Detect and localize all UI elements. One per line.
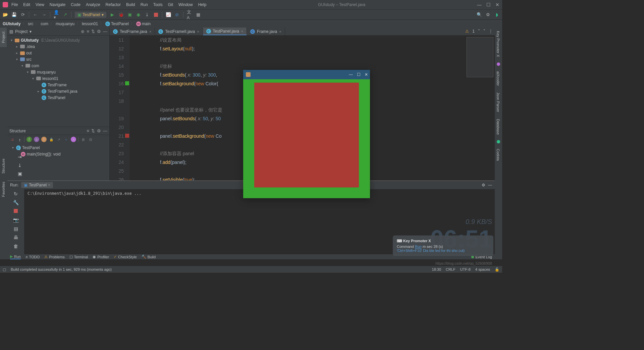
java-maximize-icon[interactable]: ☐ [357, 72, 361, 77]
hide-icon[interactable]: — [488, 183, 492, 187]
tree-row[interactable]: ▾muquanyu [7, 69, 109, 75]
lock-icon[interactable]: 🔒 [49, 137, 54, 142]
left-tab-project[interactable]: Project [0, 28, 7, 47]
collapse-icon[interactable]: ≡ [87, 29, 89, 34]
search-icon[interactable]: 🔍 [477, 12, 482, 17]
breadcrumb-project[interactable]: GUIstudy [3, 21, 20, 26]
lock-icon[interactable]: 🔓 [495, 267, 499, 272]
settings-icon[interactable]: ⚙ [485, 12, 491, 17]
stop-icon[interactable] [153, 12, 159, 17]
up-icon[interactable]: ↑ [19, 137, 21, 143]
menu-run[interactable]: Run [141, 2, 148, 7]
java-minimize-icon[interactable]: — [349, 72, 353, 77]
close-icon[interactable]: ✕ [495, 2, 499, 7]
menu-analyze[interactable]: Analyze [86, 2, 100, 7]
tab-testframe[interactable]: CTestFrame.java× [110, 28, 155, 35]
menu-code[interactable]: Code [71, 2, 80, 7]
right-tab-jsonparser[interactable]: Json Parser [495, 89, 501, 116]
menu-git[interactable]: Git [168, 2, 173, 7]
breadcrumb-src[interactable]: src [28, 21, 33, 26]
rerun-icon[interactable]: ↻ [14, 191, 18, 196]
close-tab-icon[interactable]: × [149, 30, 151, 34]
gear-icon[interactable]: ⚙ [97, 29, 101, 34]
tree-row[interactable]: ▸CTestFrameII.java [7, 88, 109, 94]
menu-file[interactable]: File [11, 2, 18, 7]
methods-icon[interactable]: f [41, 137, 47, 142]
wrench-icon[interactable]: 🔧 [13, 200, 19, 205]
expand-icon[interactable]: ⇅ [91, 128, 95, 133]
chart-icon[interactable]: 📈 [166, 12, 171, 17]
print-icon[interactable]: 🖶 [13, 235, 18, 240]
minimize-icon[interactable]: — [477, 2, 482, 7]
warning-icon[interactable]: ⚠ [465, 29, 469, 34]
bottom-tab-problems[interactable]: ⚠Problems [44, 255, 64, 259]
close-icon[interactable]: × [48, 183, 50, 187]
right-tab-aixcoder[interactable]: aiXcoder [495, 68, 501, 89]
java-titlebar[interactable]: — ☐ ✕ [243, 70, 370, 79]
run-tab[interactable]: ▣ TestPanel × [21, 182, 53, 188]
tab-testpanel[interactable]: CTestPanel.java× [203, 28, 247, 35]
bottom-tab-build[interactable]: 🔨Build [142, 255, 156, 259]
status-indent[interactable]: 4 spaces [475, 267, 490, 271]
status-eol[interactable]: CRLF [446, 267, 455, 271]
delete-icon[interactable]: 🗑 [13, 244, 18, 249]
close-tab-icon[interactable]: × [197, 30, 199, 34]
more-icon[interactable]: ⋮ [489, 29, 493, 34]
collapse-all-icon[interactable]: ⊟ [88, 137, 93, 142]
bottom-tab-todo[interactable]: ≡TODO [25, 255, 40, 259]
tree-row[interactable]: ▾com [7, 62, 109, 69]
notif-shortcut[interactable]: 'Ctrl+Shift+F10' Dis ble led for thi sho… [397, 249, 489, 253]
menu-window[interactable]: Window [178, 2, 193, 7]
tree-row[interactable]: CTestPanel [7, 94, 109, 101]
tree-row[interactable]: ▾lesson01 [7, 75, 109, 82]
attach-icon[interactable]: ⤓ [145, 12, 150, 17]
breadcrumb-lesson[interactable]: lesson01 [82, 21, 98, 26]
right-tab-codota[interactable]: Codota [495, 145, 501, 164]
hide-icon[interactable]: — [103, 29, 107, 34]
tree-row[interactable]: ▸out [7, 50, 109, 56]
plugin-icon[interactable]: ◗ [494, 12, 499, 17]
next-icon[interactable]: ˅ [483, 29, 485, 34]
wrap-icon[interactable]: ⇥ [18, 154, 22, 160]
coverage-icon[interactable]: ▣ [127, 12, 132, 17]
structure-class[interactable]: ▾ C TestPanel [7, 144, 109, 151]
fields-icon[interactable]: f [26, 137, 32, 142]
aixcoder-icon[interactable] [497, 62, 500, 66]
translate-icon[interactable]: 文A [187, 12, 192, 17]
close-tab-icon[interactable]: × [241, 29, 243, 33]
java-close-icon[interactable]: ✕ [365, 72, 368, 77]
inherited-icon[interactable]: ↗ [56, 137, 61, 142]
right-tab-keypromoter[interactable]: Key Promoter X [495, 28, 501, 60]
props-icon[interactable]: p [34, 137, 39, 142]
gear-icon[interactable]: ⚙ [482, 183, 485, 187]
reload-icon[interactable]: ⟳ [20, 12, 25, 17]
open-icon[interactable]: 📂 [3, 12, 8, 17]
tree-root[interactable]: ▾ GUIstudy E:\JavaGUI\GUIstudy [7, 37, 109, 43]
collapse-icon[interactable]: ≡ [87, 128, 89, 133]
tab-testframeii[interactable]: CTestFrameII.java× [155, 28, 203, 35]
forward-icon[interactable]: → [41, 12, 47, 17]
gear-icon[interactable]: ⚙ [97, 128, 101, 133]
run-config-selector[interactable]: ▣ TestPanel ▾ [75, 12, 106, 18]
structure-method[interactable]: m main(String[]): void [7, 151, 109, 157]
breadcrumb-pkg[interactable]: muquanyu [56, 21, 74, 26]
menu-refactor[interactable]: Refactor [106, 2, 121, 7]
chevron-down-icon[interactable]: ▾ [30, 29, 32, 34]
hide-icon[interactable]: — [103, 128, 107, 133]
bottom-tab-checkstyle[interactable]: ✓CheckStyle [114, 255, 137, 259]
menu-tools[interactable]: Tools [153, 2, 163, 7]
maximize-icon[interactable]: ☐ [486, 2, 491, 7]
tick-icon[interactable]: ↗ [62, 12, 68, 17]
bottom-tab-profiler[interactable]: ◉Profiler [93, 255, 109, 259]
bottom-tab-terminal[interactable]: ▢Terminal [69, 255, 88, 259]
down-icon[interactable]: ↓ [19, 146, 21, 151]
prev-icon[interactable]: ˄ [478, 29, 480, 34]
layout-icon[interactable]: ▤ [14, 226, 18, 231]
filter-icon[interactable]: ▣ [18, 171, 22, 176]
layout-icon[interactable]: ▦ [196, 12, 201, 17]
tab-frame[interactable]: CFrame.java× [247, 28, 285, 35]
camera-icon[interactable]: 📷 [13, 217, 19, 223]
close-tab-icon[interactable]: × [279, 30, 281, 34]
left-tab-favorites[interactable]: Favorites [0, 178, 7, 201]
breadcrumb-com[interactable]: com [41, 21, 48, 26]
